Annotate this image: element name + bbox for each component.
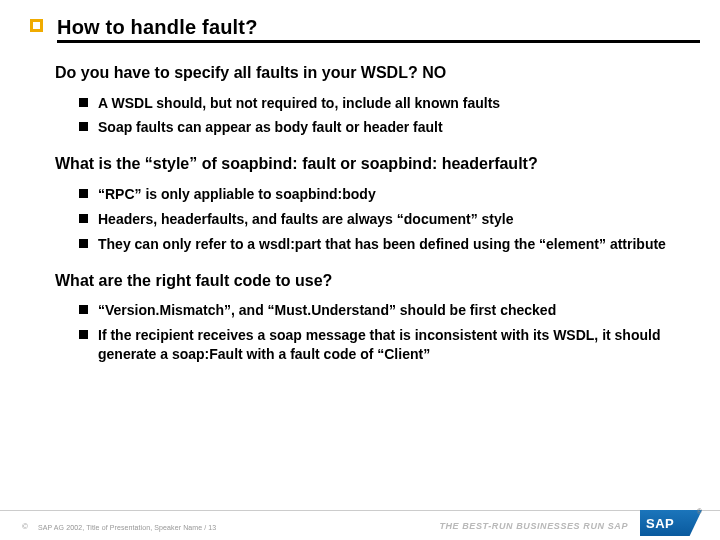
bullet-square-icon bbox=[79, 330, 88, 339]
bullet-text: “RPC” is only appliable to soapbind:body bbox=[98, 185, 376, 204]
registered-mark: ® bbox=[697, 508, 702, 515]
list-item: Headers, headerfaults, and faults are al… bbox=[79, 210, 690, 229]
bullet-square-icon bbox=[79, 189, 88, 198]
footer-divider bbox=[0, 510, 720, 511]
sap-logo: SAP ® bbox=[640, 506, 702, 536]
bullet-square-icon bbox=[79, 122, 88, 131]
list-item: “Version.Mismatch”, and “Must.Understand… bbox=[79, 301, 690, 320]
bullet-text: If the recipient receives a soap message… bbox=[98, 326, 690, 364]
footer: © SAP AG 2002, Title of Presentation, Sp… bbox=[0, 510, 720, 540]
list-item: Soap faults can appear as body fault or … bbox=[79, 118, 690, 137]
bullet-text: They can only refer to a wsdl:part that … bbox=[98, 235, 666, 254]
title-underline bbox=[57, 40, 700, 43]
bullet-square-icon bbox=[79, 305, 88, 314]
slide: How to handle fault? Do you have to spec… bbox=[0, 0, 720, 540]
bullet-text: Soap faults can appear as body fault or … bbox=[98, 118, 443, 137]
title-square-icon bbox=[30, 19, 43, 32]
question-heading: What is the “style” of soapbind: fault o… bbox=[55, 153, 690, 175]
question-heading: What are the right fault code to use? bbox=[55, 270, 690, 292]
list-item: They can only refer to a wsdl:part that … bbox=[79, 235, 690, 254]
bullet-square-icon bbox=[79, 214, 88, 223]
tagline: THE BEST-RUN BUSINESSES RUN SAP bbox=[439, 521, 628, 531]
list-item: If the recipient receives a soap message… bbox=[79, 326, 690, 364]
bullet-text: A WSDL should, but not required to, incl… bbox=[98, 94, 500, 113]
content-body: Do you have to specify all faults in you… bbox=[55, 62, 690, 370]
copyright-symbol: © bbox=[22, 522, 28, 531]
list-item: A WSDL should, but not required to, incl… bbox=[79, 94, 690, 113]
question-heading: Do you have to specify all faults in you… bbox=[55, 62, 690, 84]
list-item: “RPC” is only appliable to soapbind:body bbox=[79, 185, 690, 204]
slide-title: How to handle fault? bbox=[57, 16, 258, 39]
bullet-square-icon bbox=[79, 239, 88, 248]
title-block: How to handle fault? bbox=[30, 18, 700, 46]
copyright-text: SAP AG 2002, Title of Presentation, Spea… bbox=[38, 524, 216, 531]
bullet-text: Headers, headerfaults, and faults are al… bbox=[98, 210, 513, 229]
sap-logo-icon: SAP bbox=[640, 510, 702, 536]
sap-logo-text: SAP bbox=[646, 516, 674, 531]
bullet-square-icon bbox=[79, 98, 88, 107]
bullet-text: “Version.Mismatch”, and “Must.Understand… bbox=[98, 301, 556, 320]
